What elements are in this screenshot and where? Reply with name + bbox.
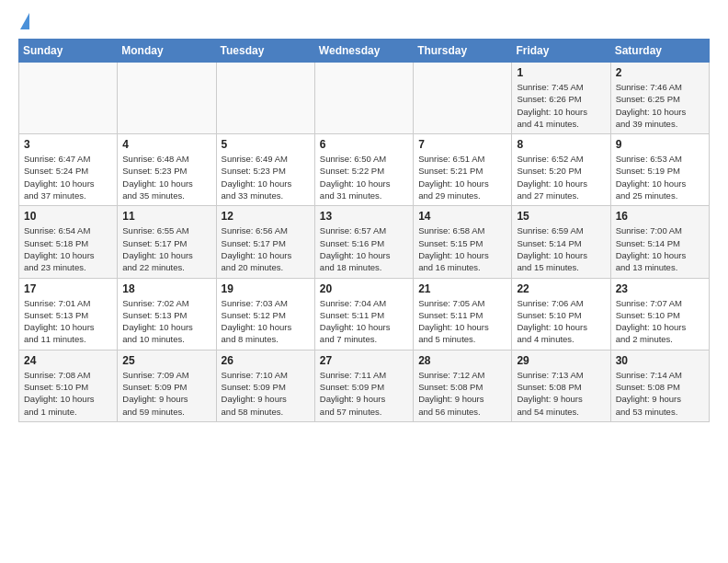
calendar-cell: 3Sunrise: 6:47 AM Sunset: 5:24 PM Daylig…: [19, 134, 118, 206]
day-number: 30: [616, 354, 704, 367]
day-number: 25: [122, 354, 210, 367]
day-info: Sunrise: 6:59 AM Sunset: 5:14 PM Dayligh…: [517, 224, 605, 273]
day-number: 3: [24, 138, 112, 151]
logo: [18, 15, 29, 29]
day-info: Sunrise: 6:54 AM Sunset: 5:18 PM Dayligh…: [24, 224, 112, 273]
calendar-week-3: 10Sunrise: 6:54 AM Sunset: 5:18 PM Dayli…: [19, 206, 710, 278]
calendar-cell: 24Sunrise: 7:08 AM Sunset: 5:10 PM Dayli…: [19, 350, 118, 421]
day-info: Sunrise: 7:08 AM Sunset: 5:10 PM Dayligh…: [24, 369, 112, 418]
day-info: Sunrise: 6:55 AM Sunset: 5:17 PM Dayligh…: [122, 224, 210, 273]
weekday-header-thursday: Thursday: [414, 40, 512, 63]
day-info: Sunrise: 7:00 AM Sunset: 5:14 PM Dayligh…: [616, 224, 704, 273]
day-info: Sunrise: 6:49 AM Sunset: 5:23 PM Dayligh…: [222, 153, 310, 201]
calendar-cell: [414, 63, 512, 134]
day-number: 13: [320, 210, 408, 223]
calendar-cell: 9Sunrise: 6:53 AM Sunset: 5:19 PM Daylig…: [610, 134, 709, 206]
day-info: Sunrise: 7:13 AM Sunset: 5:08 PM Dayligh…: [517, 369, 605, 418]
day-number: 28: [418, 354, 506, 367]
calendar-body: 1Sunrise: 7:45 AM Sunset: 6:26 PM Daylig…: [19, 63, 710, 422]
calendar-cell: [19, 63, 118, 134]
day-number: 29: [517, 354, 605, 367]
day-info: Sunrise: 6:58 AM Sunset: 5:15 PM Dayligh…: [418, 224, 506, 273]
day-number: 24: [24, 354, 112, 367]
day-info: Sunrise: 6:52 AM Sunset: 5:20 PM Dayligh…: [517, 153, 605, 201]
day-info: Sunrise: 7:46 AM Sunset: 6:25 PM Dayligh…: [616, 81, 704, 130]
day-info: Sunrise: 7:01 AM Sunset: 5:13 PM Dayligh…: [24, 297, 112, 346]
day-info: Sunrise: 7:02 AM Sunset: 5:13 PM Dayligh…: [122, 297, 210, 346]
calendar-cell: [314, 63, 413, 134]
page: SundayMondayTuesdayWednesdayThursdayFrid…: [0, 0, 728, 431]
weekday-header-monday: Monday: [118, 40, 216, 63]
calendar-week-5: 24Sunrise: 7:08 AM Sunset: 5:10 PM Dayli…: [19, 350, 710, 421]
day-number: 23: [616, 282, 704, 295]
day-info: Sunrise: 7:10 AM Sunset: 5:09 PM Dayligh…: [222, 369, 310, 418]
calendar-cell: 1Sunrise: 7:45 AM Sunset: 6:26 PM Daylig…: [512, 63, 610, 134]
calendar-cell: 14Sunrise: 6:58 AM Sunset: 5:15 PM Dayli…: [414, 206, 512, 278]
calendar-table: SundayMondayTuesdayWednesdayThursdayFrid…: [18, 39, 710, 422]
day-info: Sunrise: 6:50 AM Sunset: 5:22 PM Dayligh…: [320, 153, 408, 201]
calendar-cell: 28Sunrise: 7:12 AM Sunset: 5:08 PM Dayli…: [414, 350, 512, 421]
calendar-week-2: 3Sunrise: 6:47 AM Sunset: 5:24 PM Daylig…: [19, 134, 710, 206]
weekday-header-sunday: Sunday: [19, 40, 118, 63]
day-number: 14: [418, 210, 506, 223]
calendar-cell: 7Sunrise: 6:51 AM Sunset: 5:21 PM Daylig…: [414, 134, 512, 206]
day-info: Sunrise: 7:03 AM Sunset: 5:12 PM Dayligh…: [222, 297, 310, 346]
calendar-cell: 25Sunrise: 7:09 AM Sunset: 5:09 PM Dayli…: [118, 350, 216, 421]
day-info: Sunrise: 7:14 AM Sunset: 5:08 PM Dayligh…: [616, 369, 704, 418]
day-info: Sunrise: 6:48 AM Sunset: 5:23 PM Dayligh…: [122, 153, 210, 201]
day-info: Sunrise: 6:56 AM Sunset: 5:17 PM Dayligh…: [222, 224, 310, 273]
calendar-cell: 26Sunrise: 7:10 AM Sunset: 5:09 PM Dayli…: [216, 350, 314, 421]
day-info: Sunrise: 6:51 AM Sunset: 5:21 PM Dayligh…: [418, 153, 506, 201]
day-number: 17: [24, 282, 112, 295]
day-number: 8: [517, 138, 605, 151]
calendar-cell: 19Sunrise: 7:03 AM Sunset: 5:12 PM Dayli…: [216, 278, 314, 350]
calendar-cell: 30Sunrise: 7:14 AM Sunset: 5:08 PM Dayli…: [610, 350, 709, 421]
day-number: 6: [320, 138, 408, 151]
day-number: 7: [418, 138, 506, 151]
calendar-cell: 17Sunrise: 7:01 AM Sunset: 5:13 PM Dayli…: [19, 278, 118, 350]
day-info: Sunrise: 6:47 AM Sunset: 5:24 PM Dayligh…: [24, 153, 112, 201]
calendar-cell: 20Sunrise: 7:04 AM Sunset: 5:11 PM Dayli…: [314, 278, 413, 350]
day-number: 5: [222, 138, 310, 151]
calendar-cell: 23Sunrise: 7:07 AM Sunset: 5:10 PM Dayli…: [610, 278, 709, 350]
day-info: Sunrise: 7:12 AM Sunset: 5:08 PM Dayligh…: [418, 369, 506, 418]
day-number: 26: [222, 354, 310, 367]
calendar-cell: 21Sunrise: 7:05 AM Sunset: 5:11 PM Dayli…: [414, 278, 512, 350]
weekday-header-row: SundayMondayTuesdayWednesdayThursdayFrid…: [19, 40, 710, 63]
calendar-cell: 22Sunrise: 7:06 AM Sunset: 5:10 PM Dayli…: [512, 278, 610, 350]
day-info: Sunrise: 7:06 AM Sunset: 5:10 PM Dayligh…: [517, 297, 605, 346]
calendar-cell: 29Sunrise: 7:13 AM Sunset: 5:08 PM Dayli…: [512, 350, 610, 421]
calendar-cell: 8Sunrise: 6:52 AM Sunset: 5:20 PM Daylig…: [512, 134, 610, 206]
weekday-header-tuesday: Tuesday: [216, 40, 314, 63]
day-number: 16: [616, 210, 704, 223]
calendar-cell: [216, 63, 314, 134]
calendar-cell: 4Sunrise: 6:48 AM Sunset: 5:23 PM Daylig…: [118, 134, 216, 206]
calendar-cell: 27Sunrise: 7:11 AM Sunset: 5:09 PM Dayli…: [314, 350, 413, 421]
day-number: 19: [222, 282, 310, 295]
day-number: 22: [517, 282, 605, 295]
calendar-header: SundayMondayTuesdayWednesdayThursdayFrid…: [19, 40, 710, 63]
calendar-cell: 5Sunrise: 6:49 AM Sunset: 5:23 PM Daylig…: [216, 134, 314, 206]
day-number: 21: [418, 282, 506, 295]
day-info: Sunrise: 6:53 AM Sunset: 5:19 PM Dayligh…: [616, 153, 704, 201]
day-number: 9: [616, 138, 704, 151]
day-number: 18: [122, 282, 210, 295]
calendar-cell: 6Sunrise: 6:50 AM Sunset: 5:22 PM Daylig…: [314, 134, 413, 206]
weekday-header-saturday: Saturday: [610, 40, 709, 63]
calendar-cell: [118, 63, 216, 134]
day-info: Sunrise: 7:07 AM Sunset: 5:10 PM Dayligh…: [616, 297, 704, 346]
day-number: 1: [517, 66, 605, 79]
calendar-week-1: 1Sunrise: 7:45 AM Sunset: 6:26 PM Daylig…: [19, 63, 710, 134]
day-info: Sunrise: 7:05 AM Sunset: 5:11 PM Dayligh…: [418, 297, 506, 346]
day-info: Sunrise: 7:04 AM Sunset: 5:11 PM Dayligh…: [320, 297, 408, 346]
day-number: 12: [222, 210, 310, 223]
calendar-cell: 18Sunrise: 7:02 AM Sunset: 5:13 PM Dayli…: [118, 278, 216, 350]
calendar-cell: 10Sunrise: 6:54 AM Sunset: 5:18 PM Dayli…: [19, 206, 118, 278]
calendar-cell: 12Sunrise: 6:56 AM Sunset: 5:17 PM Dayli…: [216, 206, 314, 278]
calendar-cell: 11Sunrise: 6:55 AM Sunset: 5:17 PM Dayli…: [118, 206, 216, 278]
day-number: 10: [24, 210, 112, 223]
day-number: 4: [122, 138, 210, 151]
calendar-cell: 13Sunrise: 6:57 AM Sunset: 5:16 PM Dayli…: [314, 206, 413, 278]
day-number: 27: [320, 354, 408, 367]
calendar-week-4: 17Sunrise: 7:01 AM Sunset: 5:13 PM Dayli…: [19, 278, 710, 350]
